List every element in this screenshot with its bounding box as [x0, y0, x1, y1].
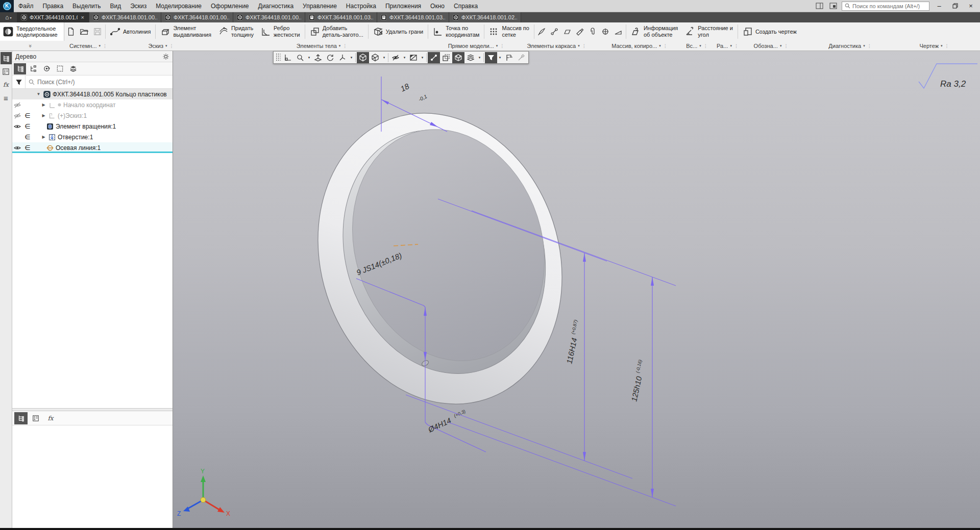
filter-objects-dropdown[interactable]: ▾ — [497, 52, 503, 63]
menu-design[interactable]: Оформление — [206, 0, 253, 12]
menu-select[interactable]: Выделить — [68, 0, 105, 12]
hide-objects-button[interactable] — [389, 52, 402, 63]
clip-tool-button[interactable] — [586, 24, 599, 39]
minimize-button[interactable]: – — [933, 1, 945, 11]
bottom-tab-variables[interactable]: fx — [44, 412, 57, 424]
model-tree[interactable]: ▼ ФХКТ.364418.001.005 Кольцо пластиков ▶… — [12, 89, 173, 408]
expand-icon[interactable]: ▶ — [41, 135, 46, 139]
group-frame-elements[interactable]: Элементы каркаса▾⋮ — [516, 41, 597, 51]
plane-tool-button[interactable] — [561, 24, 574, 39]
tree-item-revolve1[interactable]: ∈ Элемент вращения:1 — [12, 121, 173, 132]
tree-composition-button[interactable] — [27, 63, 39, 74]
filter-button[interactable] — [12, 75, 26, 88]
group-sketch[interactable]: Эскиз▾⋮ — [115, 41, 207, 51]
rotate-view-button[interactable] — [324, 52, 336, 63]
ribbon-collapse-button[interactable]: » — [0, 41, 61, 51]
hide-objects-dropdown[interactable]: ▾ — [402, 52, 407, 63]
rib-button[interactable]: Реброжесткости — [257, 22, 304, 41]
sphere-axes-tool-button[interactable] — [599, 24, 612, 39]
extrude-button[interactable]: Элементвыдавливания — [157, 22, 214, 41]
gear-icon[interactable] — [162, 53, 169, 60]
zoom-button[interactable] — [294, 52, 306, 63]
group-body-elements[interactable]: Элементы тела▾⋮ — [207, 41, 436, 51]
tree-relations-button[interactable] — [40, 63, 53, 74]
menu-help[interactable]: Справка — [449, 0, 482, 12]
bottom-tab-tree[interactable] — [14, 412, 28, 424]
boolean-add-button[interactable]: Добавитьдеталь-загото... — [306, 22, 367, 41]
tree-item-hole1[interactable]: ∈ ▶ Отверстие:1 — [12, 132, 173, 142]
roughness-annotation[interactable]: Ra 3,2 — [919, 64, 977, 89]
ring-model[interactable] — [281, 81, 599, 436]
point-by-coordinates-button[interactable]: Точка покоординатам — [429, 22, 483, 41]
solid-modeling-mode-button[interactable]: Твердотельноемоделирование — [0, 22, 64, 41]
grid-array-button[interactable]: Массив посетке — [485, 22, 533, 41]
restore-button[interactable] — [949, 1, 961, 11]
tree-item-origin[interactable]: ▶ Начало координат — [12, 99, 173, 110]
group-designations[interactable]: Обозна...▾⋮ — [743, 41, 799, 51]
tree-item-axis1[interactable]: ∈ Осевая линия:1 — [12, 142, 173, 153]
eye-icon[interactable] — [14, 144, 21, 152]
brush-tool-button[interactable] — [574, 24, 586, 39]
document-tab-3[interactable]: ФХКТ.364418.001.00... — [161, 12, 233, 22]
eye-icon[interactable] — [14, 123, 21, 130]
section-view-button[interactable] — [407, 52, 420, 63]
new-document-button[interactable] — [64, 24, 78, 39]
document-tab-5[interactable]: ФХКТ.364418.001.03... — [305, 12, 377, 22]
document-tab-2[interactable]: ФХКТ.364418.001.00... — [89, 12, 161, 22]
dimension-125h10[interactable] — [651, 277, 654, 497]
create-drawing-button[interactable]: Создать чертеж — [739, 22, 800, 41]
window-layout-icon[interactable] — [814, 2, 824, 11]
spline-tool-button[interactable] — [535, 24, 548, 39]
eye-off-icon[interactable] — [14, 112, 21, 119]
scene-canvas[interactable]: 18 -0,1 9 JS14(±0,18) Ø4H14 (+0,3) — [173, 51, 980, 530]
close-button[interactable]: × — [965, 1, 977, 11]
open-document-button[interactable] — [78, 24, 91, 39]
nodes-tool-button[interactable] — [548, 24, 561, 39]
display-mode-button[interactable] — [369, 52, 381, 63]
menu-modeling[interactable]: Моделирование — [151, 0, 206, 12]
tree-structure-button[interactable] — [14, 63, 26, 74]
tree-item-part-root[interactable]: ▼ ФХКТ.364418.001.005 Кольцо пластиков — [12, 89, 173, 99]
normal-to-button[interactable] — [312, 52, 324, 63]
bottom-tab-parameters[interactable] — [29, 412, 42, 424]
tree-panel-button[interactable] — [1, 52, 12, 64]
toolbar-grip-handle[interactable] — [276, 53, 281, 62]
axes-orientation-button[interactable] — [336, 52, 349, 63]
app-logo[interactable]: K — [0, 0, 14, 12]
filter-objects-button[interactable] — [485, 52, 497, 63]
expand-icon[interactable]: ▼ — [36, 92, 41, 96]
save-document-button[interactable] — [91, 24, 104, 39]
panel-menu-button[interactable]: ≡ — [1, 92, 12, 104]
object-info-button[interactable]: Информацияоб объекте — [627, 22, 681, 41]
variables-panel-button[interactable]: fx — [1, 79, 12, 91]
tree-layers-button[interactable] — [67, 63, 79, 74]
group-array-copy[interactable]: Массив, копиро...▾⋮ — [597, 41, 681, 51]
eye-off-icon[interactable] — [14, 102, 21, 109]
shaded-display-button[interactable] — [357, 52, 369, 63]
menu-management[interactable]: Управление — [298, 0, 341, 12]
autoline-button[interactable]: Автолиния — [107, 22, 154, 41]
home-button[interactable]: ⌂▾ — [0, 12, 17, 22]
tab-close-icon[interactable]: × — [80, 14, 85, 20]
wedge-tool-button[interactable] — [612, 24, 625, 39]
document-tab-1[interactable]: ФХКТ.364418.001.00... × — [17, 12, 89, 22]
axes-orientation-dropdown[interactable]: ▾ — [349, 52, 354, 63]
menu-view[interactable]: Вид — [105, 0, 126, 12]
document-tab-7[interactable]: ФХКТ.364418.001.02... — [449, 12, 521, 22]
measure-tool-button[interactable] — [503, 52, 515, 63]
command-search-input[interactable] — [852, 3, 926, 9]
menu-edit[interactable]: Правка — [38, 0, 68, 12]
dimension-116h14[interactable] — [583, 253, 586, 461]
document-tab-6[interactable]: ФХКТ.364418.001.03... — [377, 12, 449, 22]
appearance-button[interactable] — [464, 52, 477, 63]
dimensions-visibility-button[interactable] — [428, 52, 440, 63]
distance-angle-button[interactable]: Расстояние иугол — [681, 22, 737, 41]
display-mode-dropdown[interactable]: ▾ — [381, 52, 387, 63]
menu-diagnostics[interactable]: Диагностика — [254, 0, 299, 12]
menu-applications[interactable]: Приложения — [381, 0, 426, 12]
menu-settings[interactable]: Настройка — [341, 0, 381, 12]
delete-faces-button[interactable]: Удалить грани — [370, 22, 427, 41]
document-tab-4[interactable]: ФХКТ.364418.001.00... — [233, 12, 305, 22]
parameters-panel-button[interactable] — [1, 65, 12, 78]
group-diagnostics[interactable]: Диагностика▾⋮ — [799, 41, 901, 51]
